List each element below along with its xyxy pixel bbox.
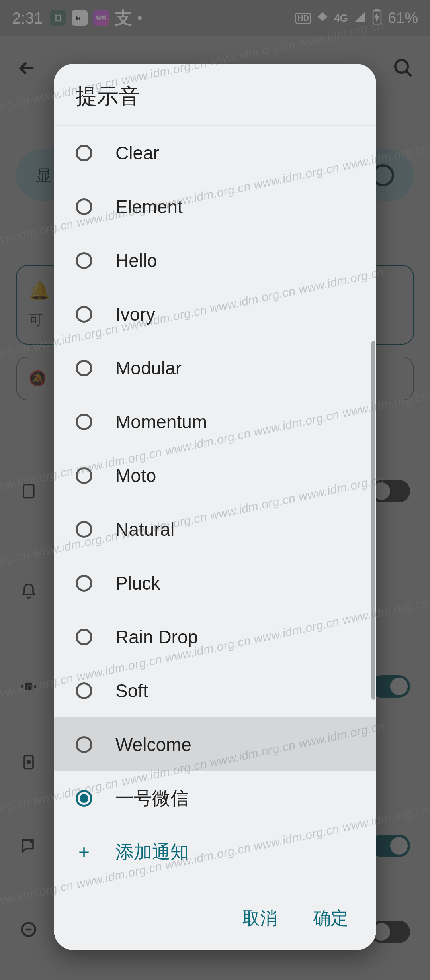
ringtone-option[interactable]: Moto [54,449,376,502]
radio-icon [76,414,92,430]
cancel-button[interactable]: 取消 [242,907,278,930]
ringtone-label: Rain Drop [115,626,198,648]
radio-icon [76,145,92,161]
radio-icon [76,790,92,807]
confirm-button[interactable]: 确定 [313,907,348,930]
ringtone-label: Natural [115,519,174,540]
ringtone-label: Pluck [115,572,160,594]
ringtone-label: Welcome [115,734,192,755]
radio-icon [76,198,92,215]
ringtone-option[interactable]: Rain Drop [54,610,376,664]
radio-icon [76,306,92,323]
ringtone-label: Element [115,196,183,218]
radio-icon [76,521,92,538]
ringtone-option[interactable]: Welcome [54,717,376,771]
ringtone-dialog: 提示音 ClearElementHelloIvoryModularMomentu… [54,64,376,950]
radio-icon [76,467,92,484]
ringtone-label: Modular [115,357,182,379]
radio-icon [76,682,92,699]
ringtone-list[interactable]: ClearElementHelloIvoryModularMomentumMot… [54,126,376,891]
radio-icon [76,736,92,753]
plus-icon: + [76,844,92,860]
add-ringtone-button[interactable]: +添加通知 [54,825,376,879]
ringtone-label: Moto [115,465,156,486]
ringtone-option[interactable]: Modular [54,341,376,395]
ringtone-label: Hello [115,250,157,271]
ringtone-option[interactable]: Clear [54,126,376,180]
radio-icon [76,360,92,376]
ringtone-option[interactable]: Momentum [54,395,376,449]
radio-icon [76,252,92,269]
ringtone-label: Momentum [115,411,207,433]
ringtone-option[interactable]: Element [54,180,376,233]
ringtone-label: Clear [115,142,159,164]
ringtone-option[interactable]: 一号微信 [54,771,376,825]
ringtone-option[interactable]: Soft [54,664,376,717]
ringtone-option[interactable]: Natural [54,502,376,556]
dialog-actions: 取消 确定 [54,891,376,950]
ringtone-label: 一号微信 [115,786,189,811]
add-ringtone-label: 添加通知 [115,840,189,864]
radio-icon [76,629,92,645]
ringtone-option[interactable]: Hello [54,233,376,287]
ringtone-label: Soft [115,680,148,702]
dialog-title: 提示音 [54,64,376,126]
ringtone-option[interactable]: Ivory [54,287,376,341]
scrollbar-thumb[interactable] [371,341,375,700]
ringtone-label: Ivory [115,304,155,325]
radio-icon [76,575,92,592]
ringtone-option[interactable]: Pluck [54,556,376,610]
